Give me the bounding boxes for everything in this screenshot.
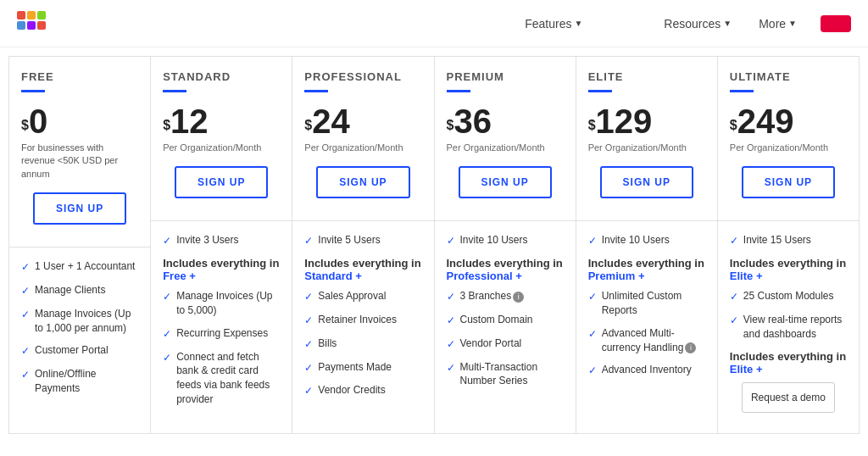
signup-btn-premium[interactable]: SIGN UP <box>459 166 552 198</box>
check-icon: ✓ <box>163 351 171 365</box>
includes-link: Free + <box>163 270 196 282</box>
feature-label: Invite 10 Users <box>460 233 528 247</box>
plan-price-row-professional: $24 <box>304 104 421 138</box>
feature-label: Invite 15 Users <box>743 233 811 247</box>
nav-resources[interactable]: Resources ▼ <box>652 10 743 37</box>
plan-underline-free <box>21 90 45 92</box>
feature-item: ✓Invite 10 Users <box>447 233 564 248</box>
plan-header-ultimate: ULTIMATE$249Per Organization/MonthSIGN U… <box>718 57 859 221</box>
check-icon: ✓ <box>730 290 738 304</box>
check-icon: ✓ <box>21 260 30 275</box>
plan-header-standard: STANDARD$12Per Organization/MonthSIGN UP <box>151 57 292 221</box>
plan-features-standard: ✓Invite 3 UsersIncludes everything in Fr… <box>151 221 292 432</box>
includes-text: Includes everything in Professional + <box>447 257 563 282</box>
check-icon: ✓ <box>588 290 597 304</box>
signup-btn-ultimate[interactable]: SIGN UP <box>742 166 835 198</box>
resources-arrow: ▼ <box>723 19 732 28</box>
check-icon: ✓ <box>304 290 313 304</box>
feature-label: Connect and fetch bank & credit card fee… <box>176 350 280 407</box>
plan-col-ultimate: ULTIMATE$249Per Organization/MonthSIGN U… <box>718 57 860 434</box>
plan-col-free: FREE$0For businesses with revenue <50K U… <box>9 57 151 434</box>
features-arrow: ▼ <box>574 19 582 28</box>
feature-item: ✓Invite 3 Users <box>163 233 280 248</box>
nav-accountants[interactable] <box>625 17 648 31</box>
feature-label: Multi-Transaction Number Series <box>460 360 564 389</box>
plan-name-ultimate: ULTIMATE <box>730 70 847 83</box>
feature-item: ✓Vendor Portal <box>447 336 564 352</box>
feature-label: Bills <box>318 336 337 351</box>
feature-item: ✓Unlimited Custom Reports <box>588 289 705 318</box>
nav-more[interactable]: More ▼ <box>747 10 809 37</box>
feature-label: Sales Approval <box>318 289 386 303</box>
plan-price-row-ultimate: $249 <box>730 104 847 138</box>
feature-item: ✓Retainer Invoices <box>304 313 421 328</box>
plan-col-premium: PREMIUM$36Per Organization/MonthSIGN UP✓… <box>435 57 576 434</box>
feature-label: 3 Branchesi <box>460 289 525 303</box>
check-icon: ✓ <box>730 314 738 328</box>
check-icon: ✓ <box>304 337 313 352</box>
check-icon: ✓ <box>21 284 30 298</box>
plan-features-elite: ✓Invite 10 UsersIncludes everything in P… <box>576 221 717 432</box>
feature-item: ✓Invite 5 Users <box>304 233 421 248</box>
plan-features-professional: ✓Invite 5 UsersIncludes everything in St… <box>292 221 433 432</box>
plan-name-professional: PROFESSIONAL <box>304 70 421 83</box>
feature-label: Vendor Credits <box>318 383 385 398</box>
plan-period-professional: Per Organization/Month <box>304 142 421 154</box>
plan-amount-professional: 24 <box>312 104 350 138</box>
feature-label: 25 Custom Modules <box>743 289 834 303</box>
check-icon: ✓ <box>304 314 313 328</box>
feature-label: Online/Offline Payments <box>35 367 138 396</box>
plan-col-standard: STANDARD$12Per Organization/MonthSIGN UP… <box>151 57 292 434</box>
plan-dollar-standard: $ <box>163 114 170 138</box>
feature-item: ✓Vendor Credits <box>304 383 421 398</box>
nav-pricing[interactable] <box>598 17 621 31</box>
plan-name-standard: STANDARD <box>163 70 280 83</box>
feature-item: ✓Manage Invoices (Up to 1,000 per annum) <box>21 307 138 336</box>
signup-btn-free[interactable]: SIGN UP <box>33 192 126 225</box>
plan-period-elite: Per Organization/Month <box>588 142 705 154</box>
plan-amount-elite: 129 <box>596 104 653 138</box>
feature-label: Custom Domain <box>460 313 533 327</box>
feature-item: ✓Online/Offline Payments <box>21 367 138 396</box>
feature-label: Invite 5 Users <box>318 233 380 247</box>
signup-btn-professional[interactable]: SIGN UP <box>316 166 409 198</box>
includes-label-ultimate: Includes everything in Elite + <box>730 257 847 282</box>
includes-link: Professional + <box>447 270 522 282</box>
signup-btn-elite[interactable]: SIGN UP <box>600 166 693 198</box>
plan-header-premium: PREMIUM$36Per Organization/MonthSIGN UP <box>435 57 576 221</box>
signup-button[interactable] <box>821 15 851 32</box>
plan-underline-standard <box>163 90 186 92</box>
plan-amount-free: 0 <box>29 104 47 138</box>
plan-col-professional: PROFESSIONAL$24Per Organization/MonthSIG… <box>292 57 434 434</box>
nav-links: Features ▼ Resources ▼ More ▼ <box>513 10 851 37</box>
check-icon: ✓ <box>21 308 30 322</box>
check-icon: ✓ <box>304 384 313 398</box>
navbar: Features ▼ Resources ▼ More ▼ <box>0 0 868 47</box>
check-icon: ✓ <box>304 234 313 248</box>
plan-dollar-professional: $ <box>304 114 312 138</box>
signup-btn-standard[interactable]: SIGN UP <box>175 166 268 198</box>
feature-label: Vendor Portal <box>460 336 522 351</box>
svg-rect-3 <box>17 21 25 30</box>
check-icon: ✓ <box>163 327 171 342</box>
plan-header-elite: ELITE$129Per Organization/MonthSIGN UP <box>576 57 717 221</box>
feature-label: Advanced Inventory <box>602 363 692 377</box>
includes-label-professional: Includes everything in Standard + <box>304 257 421 282</box>
plan-dollar-free: $ <box>21 114 29 138</box>
pricing-grid: FREE$0For businesses with revenue <50K U… <box>8 56 860 434</box>
feature-label: Manage Invoices (Up to 5,000) <box>176 289 280 318</box>
logo <box>17 11 59 36</box>
demo-button[interactable]: Request a demo <box>742 382 835 413</box>
nav-features[interactable]: Features ▼ <box>513 10 594 37</box>
feature-item: ✓Manage Invoices (Up to 5,000) <box>163 289 280 318</box>
svg-rect-4 <box>27 21 36 30</box>
feature-label: Invite 10 Users <box>602 233 670 247</box>
feature-label: Manage Clients <box>35 283 105 298</box>
plan-period-ultimate: Per Organization/Month <box>730 142 847 154</box>
plan-name-elite: ELITE <box>588 70 705 83</box>
plan-name-free: FREE <box>21 70 138 83</box>
feature-item: ✓1 User + 1 Accountant <box>21 259 138 275</box>
check-icon: ✓ <box>588 327 597 342</box>
plan-dollar-ultimate: $ <box>730 114 737 138</box>
svg-rect-5 <box>37 21 46 30</box>
